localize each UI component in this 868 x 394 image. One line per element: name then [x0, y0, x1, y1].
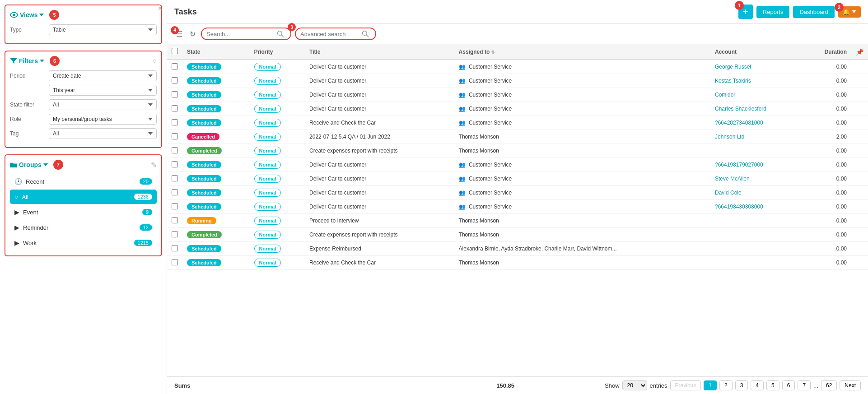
group-item-event[interactable]: ▶ Event 9: [10, 205, 157, 219]
group-item-recent[interactable]: 🕐 Recent 20: [10, 174, 157, 189]
row-title[interactable]: Receive and Check the Car: [305, 256, 454, 270]
row-title[interactable]: Deliver Car to customer: [305, 200, 454, 214]
advanced-search-input[interactable]: [300, 31, 359, 37]
row-checkbox-14[interactable]: [172, 259, 178, 265]
prev-button[interactable]: Previous: [670, 380, 701, 390]
row-duration: 0.00: [803, 144, 851, 158]
account-link[interactable]: George Russel: [715, 64, 751, 70]
account-link[interactable]: Kostas Tsakiris: [715, 78, 751, 84]
page-7-button[interactable]: 7: [798, 380, 811, 390]
reports-button[interactable]: Reports: [756, 6, 790, 18]
col-assigned[interactable]: Assigned to: [454, 44, 710, 60]
row-title[interactable]: Proceed to Interview: [305, 214, 454, 228]
row-priority: Normal: [250, 158, 305, 172]
row-title[interactable]: Deliver Car to customer: [305, 102, 454, 116]
row-checkbox-11[interactable]: [172, 217, 178, 223]
row-account: George Russel: [710, 60, 803, 74]
page-4-button[interactable]: 4: [751, 380, 764, 390]
next-button[interactable]: Next: [840, 380, 861, 390]
page-ellipsis: ...: [813, 382, 818, 389]
tag-select[interactable]: All: [49, 128, 157, 139]
page-3-button[interactable]: 3: [735, 380, 748, 390]
row-checkbox-cell: [167, 200, 182, 214]
row-title[interactable]: Deliver Car to customer: [305, 172, 454, 186]
row-checkbox-13[interactable]: [172, 245, 178, 251]
row-priority: Normal: [250, 130, 305, 144]
row-checkbox-6[interactable]: [172, 147, 178, 153]
filters-reset-icon[interactable]: ○: [152, 57, 157, 65]
period-type-select[interactable]: Create date: [49, 70, 157, 81]
group-item-reminder[interactable]: ▶ Reminder 12: [10, 220, 157, 235]
page-62-button[interactable]: 62: [821, 380, 837, 390]
row-title[interactable]: 2022-07-12 5.4 QA / 01-Jun-2022: [305, 130, 454, 144]
search-input[interactable]: [206, 31, 274, 37]
row-duration: 0.00: [803, 214, 851, 228]
account-link[interactable]: ?664198430308000: [715, 204, 763, 210]
account-link[interactable]: ?664198179027000: [715, 162, 763, 168]
close-icon[interactable]: ×: [158, 5, 162, 13]
row-title[interactable]: Deliver Car to customer: [305, 60, 454, 74]
row-title[interactable]: Create expenses report with receipts: [305, 228, 454, 242]
row-checkbox-12[interactable]: [172, 231, 178, 237]
row-title[interactable]: Deliver Car to customer: [305, 88, 454, 102]
role-select[interactable]: My personal/group tasks: [49, 114, 157, 125]
team-icon: 👥: [459, 92, 466, 98]
state-badge: Scheduled: [187, 63, 221, 70]
row-checkbox-2[interactable]: [172, 91, 178, 97]
assigned-name: Customer Service: [469, 106, 512, 112]
row-pin: [851, 172, 868, 186]
views-toggle[interactable]: Views: [10, 11, 44, 19]
page-1-button[interactable]: 1: [704, 380, 717, 390]
row-checkbox-9[interactable]: [172, 189, 178, 195]
groups-toggle[interactable]: Groups: [10, 161, 48, 168]
type-select[interactable]: Table: [49, 24, 157, 35]
row-checkbox-5[interactable]: [172, 133, 178, 139]
show-entries-select[interactable]: 20 50 100: [622, 380, 647, 390]
filters-header: Filters 6 ○: [10, 56, 157, 66]
row-title[interactable]: Deliver Car to customer: [305, 74, 454, 88]
period-value-select[interactable]: This year: [49, 85, 157, 96]
row-title[interactable]: Receive and Check the Car: [305, 116, 454, 130]
row-checkbox-7[interactable]: [172, 161, 178, 167]
table-row: Scheduled Normal Deliver Car to customer…: [167, 172, 868, 186]
account-link[interactable]: David Cole: [715, 190, 742, 196]
row-title[interactable]: Expense Reimbursed: [305, 242, 454, 256]
group-item-work[interactable]: ▶ Work 1215: [10, 236, 157, 250]
row-pin: [851, 102, 868, 116]
account-link[interactable]: Johnson Ltd: [715, 134, 744, 140]
page-title: Tasks: [174, 7, 197, 17]
row-title[interactable]: Deliver Car to customer: [305, 158, 454, 172]
state-badge: Scheduled: [187, 91, 221, 98]
refresh-icon[interactable]: ↻: [188, 28, 197, 40]
account-link[interactable]: Charles Shacklesford: [715, 106, 766, 112]
filters-section: Filters 6 ○ Period Create date This year…: [5, 51, 162, 148]
state-filter-select[interactable]: All: [49, 99, 157, 110]
account-link[interactable]: ?664202734081000: [715, 120, 763, 126]
row-assigned: 👥 Customer Service: [454, 186, 710, 200]
row-state: Scheduled: [182, 102, 250, 116]
row-checkbox-0[interactable]: [172, 63, 178, 70]
row-checkbox-10[interactable]: [172, 203, 178, 209]
account-link[interactable]: Steve McAllen: [715, 176, 750, 182]
group-item-all[interactable]: ○ All 1236: [10, 190, 157, 204]
row-priority: Normal: [250, 186, 305, 200]
groups-edit-icon[interactable]: ✎: [151, 161, 157, 169]
page-2-button[interactable]: 2: [719, 380, 733, 390]
state-badge: Scheduled: [187, 259, 221, 266]
row-checkbox-4[interactable]: [172, 119, 178, 125]
row-pin: [851, 256, 868, 270]
select-all-checkbox[interactable]: [172, 48, 178, 54]
row-checkbox-8[interactable]: [172, 175, 178, 181]
row-checkbox-1[interactable]: [172, 77, 178, 83]
filters-toggle[interactable]: Filters: [10, 57, 44, 65]
row-checkbox-3[interactable]: [172, 105, 178, 111]
account-link[interactable]: Comidor: [715, 92, 735, 98]
groups-section: Groups 7 ✎ 🕐 Recent 20 ○ All 1236 ▶ Even…: [5, 154, 162, 256]
page-5-button[interactable]: 5: [766, 380, 779, 390]
row-title[interactable]: Deliver Car to customer: [305, 186, 454, 200]
priority-badge: Normal: [254, 77, 281, 85]
row-title[interactable]: Create expenses report with receipts: [305, 144, 454, 158]
priority-badge: Normal: [254, 119, 281, 127]
dashboard-button[interactable]: Dashboard: [793, 6, 835, 18]
page-6-button[interactable]: 6: [782, 380, 795, 390]
